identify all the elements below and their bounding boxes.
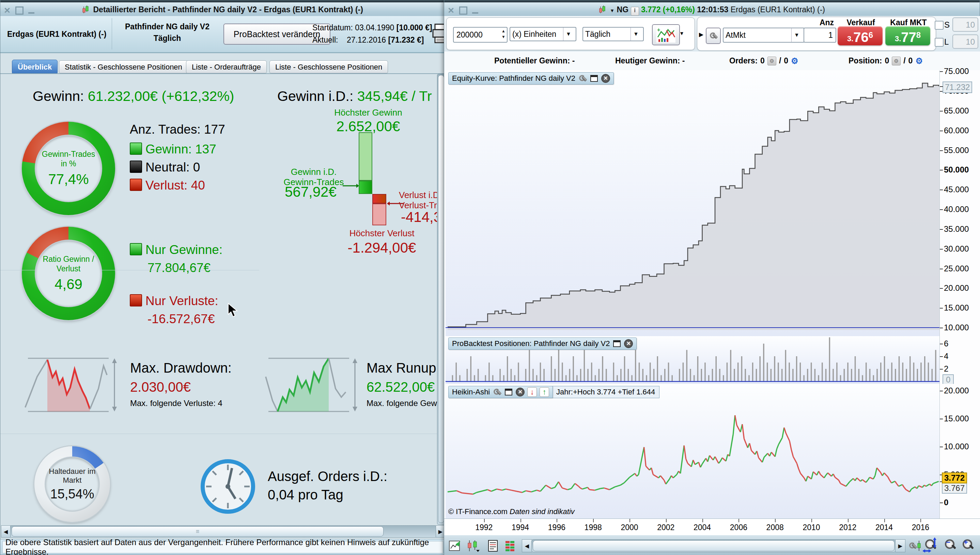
price-segment: [506, 489, 511, 490]
price-segment: [708, 456, 710, 462]
info-icon[interactable]: i: [631, 7, 639, 16]
units-select[interactable]: (x) Einheiten▼: [510, 27, 576, 41]
chart-type-dropdown-icon[interactable]: ▼: [679, 30, 684, 36]
order-settings-button[interactable]: [706, 27, 721, 44]
title-instrument: Erdgas (EUR1 Kontrakt) (-): [731, 5, 825, 14]
position-bar: [624, 356, 625, 382]
window-icon[interactable]: [504, 388, 513, 396]
tab-ueberblick[interactable]: Überblick: [12, 60, 58, 74]
positions-panel-header[interactable]: ProBacktest Positionen: Pathfinder NG da…: [448, 337, 637, 350]
limit-label: L: [944, 37, 949, 47]
position-bar: [880, 363, 882, 382]
position-bar: [730, 350, 731, 382]
position-bar: [697, 356, 699, 382]
year-label: 1996: [547, 523, 567, 532]
limit-checkbox[interactable]: [935, 38, 943, 47]
verlust-id-value: -414,3: [401, 209, 441, 225]
price-segment: [820, 475, 824, 478]
order-book-icon[interactable]: [504, 539, 516, 552]
position-bar: [876, 369, 878, 382]
position-bar: [694, 375, 695, 382]
equity-panel[interactable]: Equity-Kurve: Pathfinder NG daily V2 ✕: [446, 70, 940, 337]
price-segment: [793, 457, 797, 464]
price-segment: [839, 480, 840, 483]
chart-hscrollbar[interactable]: [531, 539, 896, 552]
report-hscrollbar[interactable]: ≡: [10, 525, 436, 537]
mouse-cursor: [227, 303, 239, 318]
tab-statistik[interactable]: Statistik - Geschlossene Positionen: [59, 60, 188, 73]
green-square-icon: [130, 243, 142, 255]
price-segment: [497, 489, 502, 490]
donut-ratio: Ratio Gewinn /Verlust 4,69: [22, 227, 115, 320]
position-bar: [639, 363, 640, 382]
position-bar: [551, 356, 552, 382]
equity-panel-header[interactable]: Equity-Kurve: Pathfinder NG daily V2 ✕: [448, 72, 614, 85]
chart-scroll-left-button[interactable]: ◀: [522, 539, 532, 552]
hscroll-thumb[interactable]: ≡: [11, 526, 384, 537]
chart-scroll-right-button[interactable]: ▶: [895, 539, 905, 552]
price-segment: [833, 474, 835, 477]
close-icon[interactable]: ✕: [601, 74, 610, 83]
verlust-bar-light: [372, 204, 386, 225]
heikin-panel-header[interactable]: Heikin-Ashi ✕ ↓ ↑: [448, 386, 553, 398]
hscroll-left-button[interactable]: ◀: [1, 525, 11, 537]
price-segment: [757, 451, 759, 458]
position-gear-icon[interactable]: ⚙: [915, 57, 923, 65]
wrench-icon[interactable]: [492, 388, 501, 396]
positions-panel[interactable]: ProBacktest Positionen: Pathfinder NG da…: [446, 336, 940, 384]
anz-input[interactable]: 1: [804, 27, 836, 43]
wrench-icon[interactable]: [578, 74, 587, 83]
chart-settings-icon[interactable]: [908, 539, 922, 552]
buy-market-button[interactable]: 3.778: [885, 26, 930, 45]
order-type-select[interactable]: AtMkt▼: [723, 27, 804, 43]
position-list-icon[interactable]: ⚙: [892, 56, 901, 66]
price-segment: [695, 462, 699, 465]
period-select[interactable]: Täglich▼: [582, 27, 644, 41]
stop-value-input[interactable]: 10: [953, 18, 978, 32]
print-icon[interactable]: [432, 24, 445, 45]
buy-alert-icon[interactable]: ↑: [540, 387, 549, 397]
close-icon[interactable]: ✕: [624, 339, 633, 348]
price-segment: [870, 477, 873, 479]
price-segment: [526, 491, 531, 492]
year-label: 1992: [474, 523, 494, 532]
position-bar: [873, 375, 874, 382]
position-bar: [503, 375, 505, 382]
sell-market-button[interactable]: 3.766: [838, 26, 882, 45]
export-chart-icon[interactable]: [448, 539, 461, 552]
chart-hscroll-thumb[interactable]: [533, 541, 895, 551]
price-segment: [797, 463, 798, 469]
candlestick-style-icon[interactable]: [465, 539, 480, 552]
price-segment: [737, 425, 740, 432]
chart-type-button[interactable]: +: [652, 24, 680, 45]
tab-liste-orderauftraege[interactable]: Liste - Orderaufträge: [186, 60, 267, 73]
stop-checkbox[interactable]: [935, 21, 943, 30]
price-segment: [799, 469, 801, 473]
window-icon[interactable]: [612, 339, 621, 348]
close-icon[interactable]: ✕: [516, 388, 524, 396]
orders-list-icon[interactable]: ⚙: [767, 56, 776, 66]
position-bar: [511, 369, 512, 382]
stepper-arrows[interactable]: ▲▼: [501, 28, 505, 40]
orders-gear-icon[interactable]: ⚙: [791, 57, 798, 65]
position-bar: [902, 363, 904, 382]
symbol-dropdown-icon[interactable]: ▼: [610, 8, 614, 13]
position-bar: [657, 356, 659, 382]
data-table-icon[interactable]: [487, 539, 499, 552]
position-bar: [858, 369, 860, 382]
position-bar: [595, 375, 596, 382]
price-segment: [726, 454, 727, 461]
sell-alert-icon[interactable]: ↓: [527, 387, 537, 397]
tab-liste-geschlossene[interactable]: Liste - Geschlossene Positionen: [269, 60, 388, 73]
position-bar: [660, 375, 662, 382]
quantity-stepper[interactable]: 200000 ▲▼: [453, 27, 508, 43]
window-icon[interactable]: [590, 74, 598, 83]
panel-collapse-icon[interactable]: ▶: [699, 31, 703, 38]
position-bar: [862, 375, 863, 382]
year-label: 2010: [801, 523, 822, 532]
heikin-panel[interactable]: Heikin-Ashi ✕ ↓ ↑ Jahr:+Hoch 3.774 +Tief…: [446, 384, 940, 518]
limit-value-input[interactable]: 10: [953, 34, 978, 49]
position-bar: [906, 369, 907, 382]
price-segment: [862, 480, 866, 483]
price-segment: [700, 464, 702, 467]
